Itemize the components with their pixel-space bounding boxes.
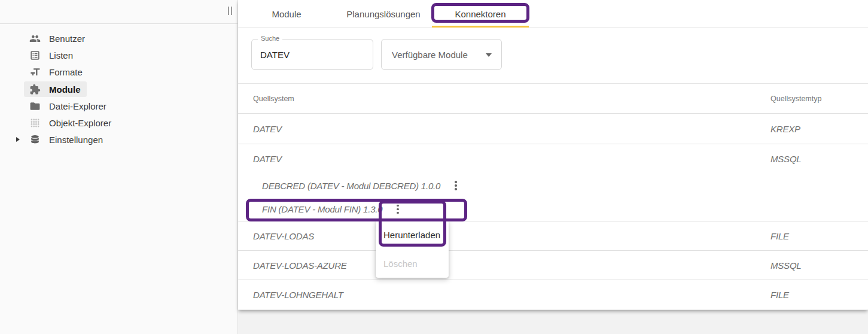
tab-label: Planungslösungen (346, 9, 420, 19)
filter-bar: Suche Verfügbare Module (238, 28, 868, 84)
quellsystem-cell: DATEV-LOHNGEHALT (253, 290, 343, 300)
table-row[interactable]: DATEV-LODAS-AZURE MSSQL (238, 251, 868, 280)
sidebar-nav: Benutzer Listen Formate (0, 24, 237, 148)
quellsystem-cell: DATEV (253, 154, 282, 164)
list-icon (29, 49, 41, 61)
column-header-quellsystem: Quellsystem (253, 95, 294, 103)
content-card: Module Planungslösungen Konnektoren Such… (238, 0, 868, 310)
main-content: Module Planungslösungen Konnektoren Such… (238, 0, 868, 334)
sidebar-resize-handle-icon[interactable] (227, 5, 233, 16)
tab-konnektoren[interactable]: Konnektoren (432, 0, 529, 28)
sidebar-item-listen[interactable]: Listen (0, 47, 237, 63)
module-subrow-fin[interactable]: FIN (DATEV - Modul FIN) 1.3.0 (238, 198, 868, 221)
quellsystemtyp-cell: MSSQL (770, 154, 802, 164)
tab-bar: Module Planungslösungen Konnektoren (238, 0, 868, 28)
sidebar-item-label: Einstellungen (49, 135, 103, 145)
sidebar-item-benutzer[interactable]: Benutzer (0, 30, 237, 47)
sidebar-item-module[interactable]: Module (0, 81, 237, 98)
sidebar-item-datei-explorer[interactable]: Datei-Explorer (0, 98, 237, 114)
sidebar: Benutzer Listen Formate (0, 0, 238, 334)
sidebar-item-label: Module (49, 84, 81, 95)
puzzle-icon (29, 83, 41, 95)
sidebar-item-label: Formate (49, 67, 83, 77)
quellsystemtyp-cell: MSSQL (770, 260, 802, 271)
search-field[interactable]: Suche (251, 39, 373, 70)
tab-label: Module (272, 9, 301, 19)
quellsystemtyp-cell: FILE (770, 290, 789, 300)
table-row[interactable]: DATEV-LODAS FILE (238, 221, 868, 251)
more-options-icon[interactable] (393, 202, 403, 217)
tab-planungsloesungen[interactable]: Planungslösungen (335, 0, 432, 28)
module-filter-select[interactable]: Verfügbare Module (381, 39, 502, 70)
tab-module[interactable]: Module (238, 0, 335, 28)
sidebar-item-objekt-explorer[interactable]: Objekt-Explorer (0, 114, 237, 131)
sidebar-item-label: Datei-Explorer (49, 101, 106, 111)
sidebar-item-label: Benutzer (49, 34, 85, 44)
database-icon (29, 134, 41, 146)
quellsystem-cell: DATEV (253, 124, 282, 134)
app-window: Benutzer Listen Formate (0, 0, 868, 334)
dots-grid-icon (29, 117, 41, 129)
search-input[interactable] (260, 40, 362, 69)
sidebar-header (0, 0, 237, 24)
table-row[interactable]: DATEV-LOHNGEHALT FILE (238, 280, 868, 309)
menu-item-loeschen: Löschen (376, 249, 449, 278)
column-header-quellsystemtyp: Quellsystemtyp (770, 95, 821, 103)
quellsystemtyp-cell: FILE (770, 231, 789, 241)
tab-label: Konnektoren (455, 9, 505, 19)
table-row[interactable]: DATEV MSSQL (238, 144, 868, 174)
menu-item-herunterladen[interactable]: Herunterladen (376, 220, 449, 249)
text-format-icon (29, 66, 41, 78)
module-name: FIN (DATEV - Modul FIN) 1.3.0 (262, 204, 382, 214)
table-row[interactable]: DATEV KREXP (238, 114, 868, 144)
expand-arrow-icon[interactable] (16, 137, 20, 142)
module-filter-value: Verfügbare Module (392, 50, 468, 60)
quellsystem-cell: DATEV-LODAS (253, 231, 314, 241)
connectors-table: Quellsystem Quellsystemtyp DATEV KREXP D… (238, 84, 868, 309)
more-options-icon[interactable] (451, 178, 461, 193)
table-header-row: Quellsystem Quellsystemtyp (238, 84, 868, 114)
sidebar-item-einstellungen[interactable]: Einstellungen (0, 132, 237, 148)
sidebar-item-label: Objekt-Explorer (49, 118, 111, 128)
module-name: DEBCRED (DATEV - Modul DEBCRED) 1.0.0 (262, 181, 440, 191)
context-menu: Herunterladen Löschen (376, 220, 449, 278)
module-subrow[interactable]: DEBCRED (DATEV - Modul DEBCRED) 1.0.0 (238, 174, 868, 198)
folder-icon (29, 100, 41, 112)
sidebar-item-label: Listen (49, 50, 73, 60)
sidebar-item-formate[interactable]: Formate (0, 64, 237, 81)
quellsystem-cell: DATEV-LODAS-AZURE (253, 260, 347, 271)
quellsystemtyp-cell: KREXP (770, 124, 800, 134)
chevron-down-icon (486, 53, 492, 57)
people-icon (29, 32, 41, 44)
page-background (238, 310, 868, 334)
